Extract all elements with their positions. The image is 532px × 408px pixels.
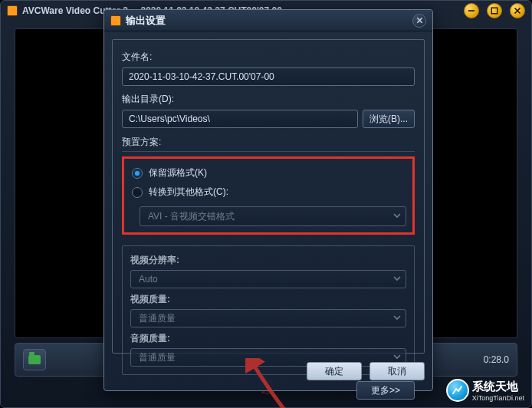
output-dir-input[interactable]: C:\Users\pc\Videos\: [122, 110, 358, 128]
dialog-footer: 确定 取消: [112, 360, 425, 383]
format-combobox[interactable]: AVI - 音视频交错格式: [140, 206, 406, 226]
radio-icon: [132, 187, 143, 198]
chevron-down-icon: [393, 313, 401, 324]
video-quality-value: 普通质量: [139, 312, 176, 325]
ok-button[interactable]: 确定: [307, 362, 362, 380]
video-resolution-value: Auto: [139, 274, 158, 285]
dialog-app-icon: [110, 15, 121, 26]
more-button[interactable]: 更多>>: [356, 381, 415, 400]
svg-rect-0: [468, 10, 475, 12]
filename-input[interactable]: 2020-11-03-10-42-37.CUT.00'07-00: [122, 67, 415, 86]
dialog-body: 文件名: 2020-11-03-10-42-37.CUT.00'07-00 输出…: [112, 39, 425, 354]
preset-label: 预置方案:: [122, 136, 415, 149]
minimize-button[interactable]: [464, 3, 479, 18]
close-button[interactable]: [510, 3, 525, 18]
advanced-group: 视频分辨率: Auto 视频质量: 普通质量 音频质量: 普通质量: [122, 245, 415, 375]
open-folder-button[interactable]: [23, 349, 46, 370]
dialog-titlebar[interactable]: 输出设置: [104, 10, 432, 31]
time-display: 0:28.0: [484, 354, 509, 365]
dialog-close-button[interactable]: [412, 14, 426, 28]
format-combobox-value: AVI - 音视频交错格式: [148, 210, 235, 223]
radio-icon: [132, 168, 143, 179]
annotation-highlight-box: 保留源格式(K) 转换到其他格式(C): AVI - 音视频交错格式: [122, 156, 415, 235]
watermark-text-1: 系统天地: [472, 380, 524, 394]
filename-value: 2020-11-03-10-42-37.CUT.00'07-00: [129, 71, 274, 82]
dialog-title: 输出设置: [126, 14, 166, 28]
video-quality-label: 视频质量:: [130, 293, 406, 306]
video-resolution-combobox[interactable]: Auto: [130, 270, 406, 288]
watermark-badge-icon: [446, 379, 469, 402]
video-quality-combobox[interactable]: 普通质量: [130, 309, 406, 327]
video-resolution-label: 视频分辨率:: [130, 254, 406, 267]
divider: [122, 151, 415, 152]
watermark: 系统天地 XiTongTianDi.net: [446, 379, 524, 402]
ok-button-label: 确定: [325, 365, 343, 378]
convert-format-label: 转换到其他格式(C):: [149, 186, 228, 199]
keep-source-format-label: 保留源格式(K): [149, 166, 207, 179]
cancel-button-label: 取消: [388, 365, 406, 378]
cancel-button[interactable]: 取消: [369, 362, 425, 380]
browse-button[interactable]: 浏览(B)...: [363, 110, 415, 128]
browse-button-label: 浏览(B)...: [369, 113, 408, 126]
audio-quality-label: 音频质量:: [130, 332, 406, 345]
app-icon: [7, 5, 18, 16]
chevron-down-icon: [393, 274, 401, 285]
output-dir-value: C:\Users\pc\Videos\: [129, 114, 210, 124]
output-settings-dialog: 输出设置 文件名: 2020-11-03-10-42-37.CUT.00'07-…: [103, 9, 433, 391]
filename-label: 文件名:: [122, 51, 415, 64]
convert-format-radio[interactable]: 转换到其他格式(C):: [130, 183, 406, 202]
svg-rect-1: [491, 8, 498, 14]
maximize-button[interactable]: [487, 3, 502, 18]
chevron-down-icon: [393, 211, 401, 222]
output-dir-label: 输出目录(D):: [122, 93, 415, 106]
more-button-label: 更多>>: [371, 384, 400, 397]
folder-icon: [28, 355, 41, 364]
watermark-text-2: XiTongTianDi.net: [472, 394, 524, 402]
keep-source-format-radio[interactable]: 保留源格式(K): [130, 163, 406, 183]
